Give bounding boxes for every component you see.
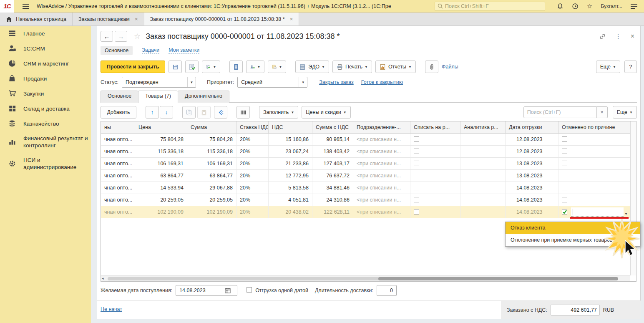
- cancel-reason-cell[interactable]: ▼: [558, 206, 631, 218]
- barcode-scan-button[interactable]: [236, 106, 250, 119]
- form-more-button[interactable]: Еще ▼: [596, 61, 620, 73]
- price-cell[interactable]: 63 864,77: [135, 170, 187, 182]
- sum-with-vat-cell[interactable]: 76 637,72: [312, 170, 353, 182]
- single-date-checkbox[interactable]: [247, 287, 252, 293]
- writeoff-checkbox[interactable]: [414, 149, 419, 154]
- prices-discounts-button[interactable]: Цены и скидки ▼: [302, 106, 350, 119]
- vat-rate-cell[interactable]: 20%: [236, 134, 269, 145]
- writeoff-checkbox[interactable]: [414, 209, 419, 214]
- sum-cell[interactable]: 106 169,31: [187, 158, 236, 169]
- sum-cell[interactable]: 20 259,05: [187, 194, 236, 206]
- horizontal-scrollbar[interactable]: ◂: [101, 275, 630, 281]
- sidebar-item-treasury[interactable]: Казначейство: [0, 116, 91, 131]
- price-kind-cell[interactable]: чная опто...: [101, 146, 135, 157]
- reports-button[interactable]: Отчеты ▼: [375, 61, 416, 73]
- sum-with-vat-cell[interactable]: 34 881,46: [312, 182, 353, 194]
- price-cell[interactable]: 102 190,09: [135, 206, 187, 218]
- navtab-notes[interactable]: Мои заметки: [169, 47, 199, 54]
- print-button[interactable]: Печать ▼: [332, 61, 372, 73]
- close-order-link[interactable]: Закрыть заказ: [319, 79, 354, 85]
- column-header[interactable]: Дата отгрузки: [506, 121, 558, 133]
- global-search-input[interactable]: [445, 3, 542, 9]
- ready-to-close-link[interactable]: Готов к закрытию: [361, 79, 403, 85]
- post-document-button[interactable]: [185, 61, 199, 73]
- global-search[interactable]: [435, 2, 545, 11]
- cancel-reason-cell[interactable]: [558, 194, 631, 206]
- vat-rate-cell[interactable]: 20%: [236, 206, 269, 218]
- price-kind-cell[interactable]: чная опто...: [101, 182, 135, 194]
- department-cell[interactable]: <при списании н...: [353, 194, 410, 206]
- sidebar-item-1c-crm[interactable]: 1С:CRM: [0, 41, 91, 56]
- writeoff-cell[interactable]: [410, 194, 460, 206]
- desired-date-field[interactable]: [176, 285, 237, 296]
- sum-cell[interactable]: 75 804,28: [187, 134, 236, 145]
- price-kind-cell[interactable]: чная опто...: [101, 158, 135, 169]
- ship-date-cell[interactable]: 14.08.2023: [506, 194, 558, 206]
- column-header[interactable]: Ставка НДС: [236, 121, 269, 133]
- sidebar-item-sales[interactable]: Продажи: [0, 71, 91, 86]
- column-header[interactable]: Списать на р...: [410, 121, 460, 133]
- vat-cell[interactable]: 12 772,95: [269, 170, 312, 182]
- notifications-bell-icon[interactable]: [557, 3, 564, 10]
- table-row[interactable]: чная опто...14 533,9429 067,8820%5 813,5…: [101, 182, 631, 194]
- price-cell[interactable]: 106 169,31: [135, 158, 187, 169]
- favorites-star-icon[interactable]: ☆: [587, 3, 592, 10]
- sum-with-vat-cell[interactable]: 122 628,11: [312, 206, 353, 218]
- forward-button[interactable]: →: [115, 31, 127, 42]
- copy-row-button[interactable]: [182, 106, 196, 119]
- writeoff-checkbox[interactable]: [414, 185, 419, 190]
- ship-date-cell[interactable]: 12.08.2023: [506, 146, 558, 157]
- vat-cell[interactable]: 21 233,86: [269, 158, 312, 169]
- writeoff-checkbox[interactable]: [414, 197, 419, 202]
- price-kind-cell[interactable]: чная опто...: [101, 206, 135, 218]
- link-icon[interactable]: [599, 33, 606, 40]
- navtab-tasks[interactable]: Задачи: [142, 47, 159, 54]
- grid-more-button[interactable]: Еще ▼: [613, 106, 637, 119]
- structure-button[interactable]: [214, 106, 227, 119]
- sidebar-item-purchases[interactable]: Закупки: [0, 86, 91, 101]
- vat-rate-cell[interactable]: 20%: [236, 158, 269, 169]
- combo-arrow-icon[interactable]: ▼: [299, 77, 307, 87]
- add-row-button[interactable]: Добавить: [101, 106, 136, 119]
- document-register-button[interactable]: [229, 61, 243, 73]
- table-row[interactable]: чная опто...115 336,18115 336,1820%23 06…: [101, 146, 631, 158]
- sum-with-vat-cell[interactable]: 127 403,17: [312, 158, 353, 169]
- writeoff-checkbox[interactable]: [414, 136, 419, 142]
- current-user[interactable]: Бухгалт...: [601, 3, 622, 9]
- back-button[interactable]: ←: [101, 31, 113, 42]
- move-row-down-button[interactable]: ↓: [160, 106, 173, 119]
- ship-date-cell[interactable]: 12.08.2023: [506, 134, 558, 145]
- fill-button[interactable]: Заполнить ▼: [259, 106, 298, 119]
- column-header[interactable]: Сумма с НДС: [312, 121, 353, 133]
- table-row[interactable]: чная опто...75 804,2875 804,2820%15 160,…: [101, 134, 631, 146]
- more-menu-icon[interactable]: ⋮: [615, 33, 621, 40]
- sidebar-item-nsi-admin[interactable]: НСИ и администрирование: [0, 153, 91, 174]
- delivery-duration-input[interactable]: [377, 285, 397, 296]
- vat-cell[interactable]: 4 051,81: [269, 194, 312, 206]
- table-row[interactable]: чная опто...102 190,09102 190,0920%20 43…: [101, 206, 631, 218]
- department-cell[interactable]: <при списании н...: [353, 206, 410, 218]
- create-based-on-button[interactable]: ▼: [202, 61, 220, 73]
- cancelled-checkbox[interactable]: [562, 149, 567, 154]
- price-cell[interactable]: 20 259,05: [135, 194, 187, 206]
- tab-close-icon[interactable]: ×: [290, 16, 293, 22]
- status-combobox[interactable]: Подтвержден ▼: [122, 77, 196, 88]
- dropdown-option-client-refusal[interactable]: Отказ клиента: [506, 222, 640, 234]
- move-row-up-button[interactable]: ↑: [146, 106, 159, 119]
- analytics-cell[interactable]: [460, 206, 506, 218]
- vat-rate-cell[interactable]: 20%: [236, 170, 269, 182]
- navtab-main[interactable]: Основное: [101, 46, 133, 55]
- vat-cell[interactable]: 23 067,24: [269, 146, 312, 157]
- price-kind-cell[interactable]: чная опто...: [101, 134, 135, 145]
- column-header[interactable]: Отменено по причине: [558, 121, 631, 133]
- cancel-reason-cell[interactable]: [558, 182, 631, 194]
- price-kind-cell[interactable]: чная опто...: [101, 170, 135, 182]
- analytics-cell[interactable]: [460, 146, 506, 157]
- writeoff-cell[interactable]: [410, 206, 460, 218]
- writeoff-checkbox[interactable]: [414, 161, 419, 166]
- cancel-reason-cell[interactable]: [558, 158, 631, 169]
- price-cell[interactable]: 14 533,94: [135, 182, 187, 194]
- favorite-star-icon[interactable]: ☆: [134, 32, 141, 41]
- cancelled-checkbox[interactable]: [562, 197, 567, 202]
- vat-rate-cell[interactable]: 20%: [236, 182, 269, 194]
